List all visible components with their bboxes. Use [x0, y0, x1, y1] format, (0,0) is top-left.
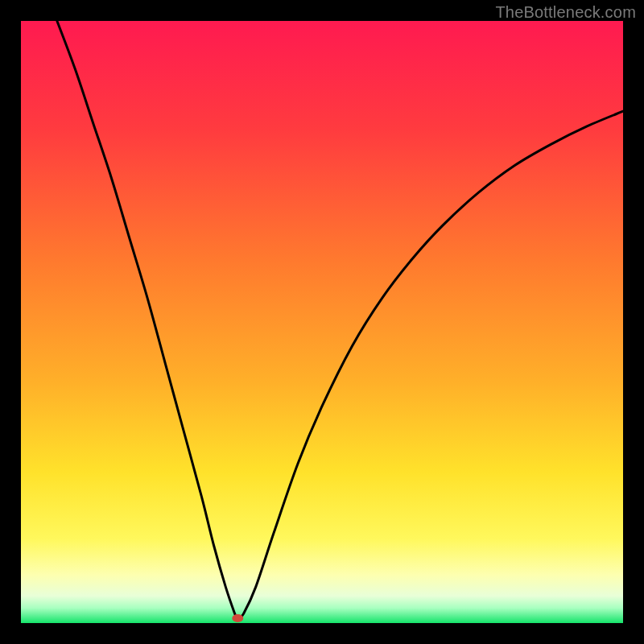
outer-frame: TheBottleneck.com — [0, 0, 644, 644]
plot-area — [21, 21, 623, 623]
watermark-text: TheBottleneck.com — [495, 3, 636, 22]
curve-right-branch — [237, 111, 623, 620]
optimum-marker — [232, 614, 243, 622]
curve-left-branch — [57, 21, 237, 620]
curve-svg — [21, 21, 623, 623]
